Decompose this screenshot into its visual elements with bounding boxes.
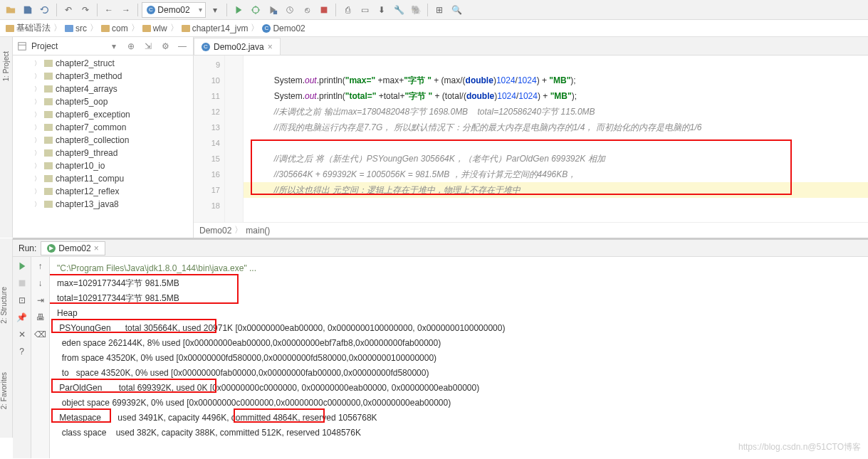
tree-item[interactable]: 〉chapter13_java8 <box>13 198 193 211</box>
pin-icon[interactable]: 📌 <box>16 311 28 324</box>
left-tool-strip: 1: Project <box>0 37 13 238</box>
build-icon[interactable]: ⎙ <box>340 2 355 18</box>
forward-icon[interactable]: → <box>118 2 134 18</box>
project-view-icon <box>17 41 27 51</box>
layout-icon[interactable]: ⊡ <box>16 294 28 307</box>
code-content[interactable]: System.out.println("max=" +max+"字节 " + (… <box>244 56 868 222</box>
save-all-icon[interactable] <box>20 2 36 18</box>
target-icon[interactable]: ⊕ <box>125 40 137 53</box>
close-icon[interactable]: × <box>268 42 273 52</box>
svg-rect-5 <box>19 280 25 287</box>
breadcrumbs-bar: 基础语法〉 src〉 com〉 wlw〉 chapter14_jvm〉 CDem… <box>0 20 868 37</box>
crumb-method[interactable]: main() <box>246 226 270 236</box>
bc-wlw[interactable]: wlw <box>142 23 167 33</box>
tree-item[interactable]: 〉chapter9_thread <box>13 147 193 159</box>
editor-area: C Demo02.java × 9101112131415161718 Syst… <box>194 37 868 238</box>
editor-tabs: C Demo02.java × <box>194 37 868 56</box>
svg-rect-3 <box>321 6 328 13</box>
tree-item[interactable]: 〉chapter11_compu <box>13 172 193 185</box>
svg-point-0 <box>253 6 259 13</box>
annotation-box <box>251 139 792 195</box>
tree-item[interactable]: 〉chapter8_collection <box>13 134 193 147</box>
run-tools-primary: ⊡ 📌 ✕ ? <box>13 257 31 458</box>
undo-icon[interactable]: ↶ <box>61 2 76 18</box>
tree-item[interactable]: 〉chapter10_io <box>13 159 193 172</box>
annotation-box <box>50 274 239 304</box>
crumb-class[interactable]: Demo02 <box>199 226 231 236</box>
run-label: Run: <box>19 243 36 253</box>
print-icon[interactable]: 🖶 <box>34 311 47 324</box>
structure-tool-tab[interactable]: 2: Structure <box>0 281 8 329</box>
structure-icon[interactable]: ⊞ <box>432 2 447 18</box>
open-icon[interactable] <box>3 2 19 18</box>
tree-item[interactable]: 〉chapter4_arrays <box>13 83 193 95</box>
redo-icon[interactable]: ↷ <box>78 2 93 18</box>
editor-crumbs: Demo02 〉 main() <box>194 222 868 238</box>
folder-icon <box>6 25 14 32</box>
help-icon[interactable]: ? <box>16 345 28 358</box>
chevron-down-icon[interactable]: ▾ <box>207 2 223 18</box>
console-output[interactable]: "C:\Program Files\Java\jdk1.8.0_144\bin\… <box>50 257 868 458</box>
close-icon[interactable]: × <box>94 243 99 253</box>
refresh-icon[interactable] <box>37 2 53 18</box>
clear-icon[interactable]: ⌫ <box>34 328 47 341</box>
tree-item[interactable]: 〉chapter7_common <box>13 121 193 134</box>
down-icon[interactable]: ↓ <box>34 277 47 290</box>
back-icon[interactable]: ← <box>101 2 117 18</box>
run-config-combo[interactable]: C Demo02 <box>142 2 206 18</box>
project-title: Project <box>31 41 103 51</box>
stop-icon[interactable] <box>16 277 28 290</box>
bc-com[interactable]: com <box>101 23 128 33</box>
tree-item[interactable]: 〉chapter3_method <box>13 70 193 83</box>
folder-icon <box>101 25 110 32</box>
code-editor[interactable]: 9101112131415161718 System.out.println("… <box>194 56 868 222</box>
up-icon[interactable]: ↑ <box>34 260 47 273</box>
avd-icon[interactable]: ▭ <box>357 2 372 18</box>
search-icon[interactable]: 🔍 <box>449 2 464 18</box>
watermark: https://blog.csdn.n@51CTO博客 <box>738 441 861 453</box>
line-gutter: 9101112131415161718 <box>194 56 225 222</box>
annotation-box <box>234 408 325 423</box>
sync-icon[interactable]: 🐘 <box>408 2 424 18</box>
gear-icon[interactable]: ⚙ <box>159 40 172 53</box>
tree-item[interactable]: 〉chapter5_oop <box>13 95 193 108</box>
attach-icon[interactable]: ⎋ <box>299 2 315 18</box>
rerun-icon[interactable] <box>16 260 28 273</box>
class-icon: C <box>262 24 271 33</box>
stop-icon[interactable] <box>316 2 332 18</box>
favorites-tool-tab[interactable]: 2: Favorites <box>0 366 8 415</box>
wrench-icon[interactable]: 🔧 <box>391 2 407 18</box>
collapse-icon[interactable]: ⇲ <box>142 40 155 53</box>
run-panel: Run: ▶ Demo02 × ⊡ 📌 ✕ ? ↑ ↓ ⇥ 🖶 ⌫ "C:\Pr… <box>13 238 868 458</box>
project-tool-tab[interactable]: 1: Project <box>2 46 10 87</box>
svg-rect-1 <box>273 10 277 14</box>
bc-root[interactable]: 基础语法 <box>6 22 51 34</box>
chevron-down-icon[interactable]: ▾ <box>108 40 120 53</box>
hide-icon[interactable]: — <box>176 40 189 53</box>
soft-wrap-icon[interactable]: ⇥ <box>34 294 47 307</box>
run-header: Run: ▶ Demo02 × <box>13 240 868 257</box>
folder-icon <box>142 25 151 32</box>
run-icon[interactable] <box>231 2 246 18</box>
class-icon: C <box>202 43 210 51</box>
tree-item[interactable]: 〉chapter12_reflex <box>13 185 193 198</box>
coverage-icon[interactable] <box>265 2 281 18</box>
profile-icon[interactable] <box>282 2 298 18</box>
tree-item[interactable]: 〉chapter6_exception <box>13 108 193 121</box>
project-tree[interactable]: 〉chapter2_struct〉chapter3_method〉chapter… <box>13 56 193 238</box>
bc-pkg[interactable]: chapter14_jvm <box>182 23 249 33</box>
annotation-box <box>51 379 216 393</box>
marks-gutter <box>225 56 244 222</box>
tab-demo02[interactable]: C Demo02.java × <box>194 38 281 55</box>
bc-src[interactable]: src <box>65 23 87 33</box>
debug-icon[interactable] <box>248 2 263 18</box>
run-tab[interactable]: ▶ Demo02 × <box>41 241 105 255</box>
sdk-icon[interactable]: ⬇ <box>374 2 389 18</box>
close-panel-icon[interactable]: ✕ <box>16 328 28 341</box>
tree-item[interactable]: 〉chapter2_struct <box>13 57 193 70</box>
left-tool-strip-lower: 2: Structure 2: Favorites <box>0 238 13 438</box>
project-header: Project ▾ ⊕ ⇲ ⚙ — <box>13 37 193 56</box>
run-tools-secondary: ↑ ↓ ⇥ 🖶 ⌫ <box>31 257 50 458</box>
bc-class[interactable]: CDemo02 <box>262 23 305 33</box>
annotation-box <box>51 319 216 333</box>
